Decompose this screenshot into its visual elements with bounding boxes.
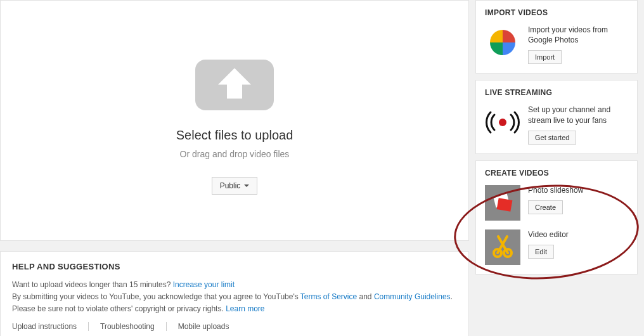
live-heading: LIVE STREAMING <box>485 88 628 97</box>
privacy-label: Public <box>220 181 241 190</box>
import-heading: IMPORT VIDEOS <box>485 8 628 17</box>
svg-point-1 <box>499 119 506 126</box>
learn-more-link[interactable]: Learn more <box>226 304 264 313</box>
slideshow-label: Photo slideshow <box>528 185 628 195</box>
photo-slideshow-icon <box>485 185 520 221</box>
video-editor-icon <box>485 229 520 265</box>
import-button[interactable]: Import <box>528 50 562 64</box>
upload-arrow-icon <box>195 60 274 110</box>
google-photos-icon <box>485 25 520 60</box>
troubleshooting-link[interactable]: Troubleshooting <box>100 322 155 331</box>
import-text: Import your videos from Google Photos <box>528 25 628 45</box>
divider <box>166 322 167 331</box>
create-videos-card: CREATE VIDEOS Photo slideshow Create <box>475 160 638 275</box>
help-body: Want to upload videos longer than 15 min… <box>12 279 457 316</box>
privacy-dropdown[interactable]: Public <box>212 177 258 195</box>
create-heading: CREATE VIDEOS <box>485 169 628 178</box>
upload-instructions-link[interactable]: Upload instructions <box>12 322 77 331</box>
divider <box>88 322 89 331</box>
upload-subtitle: Or drag and drop video files <box>180 149 290 159</box>
import-videos-card: IMPORT VIDEOS Import your videos from Go… <box>475 0 638 74</box>
create-slideshow-button[interactable]: Create <box>528 200 563 214</box>
live-streaming-card: LIVE STREAMING Set up your channel and s… <box>475 80 638 153</box>
live-broadcast-icon <box>485 105 520 140</box>
svg-rect-3 <box>497 198 513 212</box>
help-line1-prefix: Want to upload videos longer than 15 min… <box>12 280 173 289</box>
upload-dropzone[interactable]: Select files to upload Or drag and drop … <box>0 0 469 241</box>
terms-of-service-link[interactable]: Terms of Service <box>300 292 357 301</box>
upload-title: Select files to upload <box>176 128 293 143</box>
community-guidelines-link[interactable]: Community Guidelines <box>374 292 451 301</box>
mobile-uploads-link[interactable]: Mobile uploads <box>178 322 229 331</box>
svg-marker-0 <box>218 68 251 98</box>
and-text: and <box>357 292 374 301</box>
live-text: Set up your channel and stream live to y… <box>528 105 628 125</box>
help-line2-prefix: By submitting your videos to YouTube, yo… <box>12 292 300 301</box>
caret-down-icon <box>244 184 249 187</box>
get-started-button[interactable]: Get started <box>528 131 576 145</box>
help-line3-prefix: Please be sure not to violate others' co… <box>12 304 226 313</box>
edit-video-button[interactable]: Edit <box>528 245 554 259</box>
help-heading: HELP AND SUGGESTIONS <box>12 262 457 271</box>
increase-limit-link[interactable]: Increase your limit <box>173 280 235 289</box>
video-editor-label: Video editor <box>528 229 628 240</box>
help-panel: HELP AND SUGGESTIONS Want to upload vide… <box>0 251 469 336</box>
